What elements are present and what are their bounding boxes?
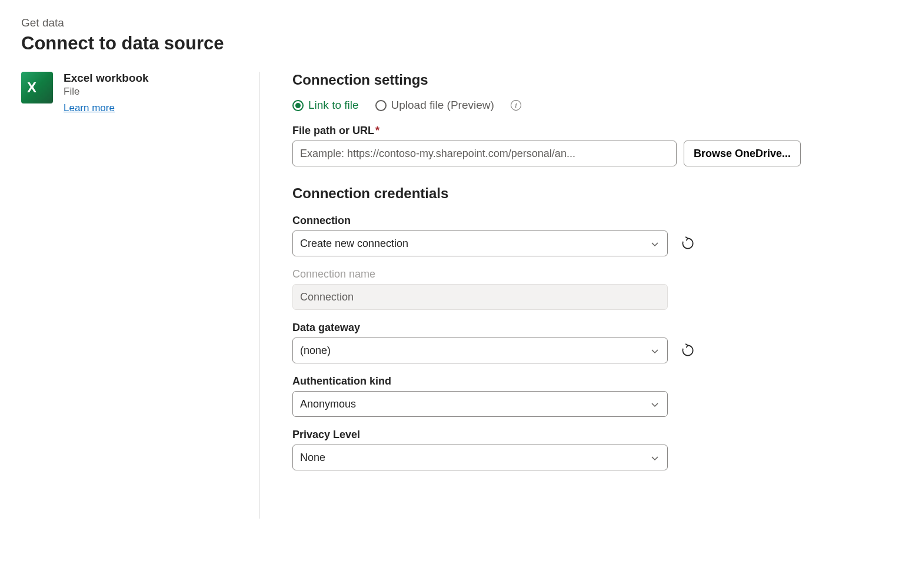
section-connection-credentials: Connection credentials (292, 185, 801, 202)
source-type: File (64, 86, 149, 98)
required-asterisk: * (375, 125, 379, 136)
form-pane: Connection settings Link to file Upload … (259, 72, 801, 519)
radio-link-label: Link to file (308, 99, 359, 112)
auth-kind-value: Anonymous (300, 398, 356, 410)
connection-select[interactable]: Create new connection (292, 230, 668, 256)
main-layout: Excel workbook File Learn more Connectio… (21, 72, 888, 519)
auth-kind-label: Authentication kind (292, 375, 668, 387)
learn-more-link[interactable]: Learn more (64, 102, 115, 113)
radio-upload-label: Upload file (Preview) (391, 99, 494, 112)
radio-link-to-file[interactable]: Link to file (292, 99, 359, 112)
excel-icon (21, 72, 53, 103)
chevron-down-icon (651, 239, 659, 248)
data-gateway-label: Data gateway (292, 322, 801, 334)
refresh-icon (680, 343, 695, 358)
privacy-level-select[interactable]: None (292, 445, 668, 470)
section-connection-settings: Connection settings (292, 72, 801, 88)
file-path-label: File path or URL* (292, 125, 801, 137)
privacy-level-value: None (300, 452, 325, 464)
connection-select-value: Create new connection (300, 238, 408, 250)
chevron-down-icon (651, 400, 659, 408)
source-pane: Excel workbook File Learn more (21, 72, 259, 519)
file-path-input[interactable] (292, 141, 677, 166)
data-gateway-select[interactable]: (none) (292, 338, 668, 363)
data-gateway-value: (none) (300, 345, 331, 357)
info-icon[interactable]: i (511, 100, 521, 111)
privacy-level-label: Privacy Level (292, 429, 668, 441)
connection-name-input (292, 284, 668, 310)
auth-kind-select[interactable]: Anonymous (292, 391, 668, 417)
chevron-down-icon (651, 453, 659, 462)
connection-label: Connection (292, 215, 801, 227)
file-mode-radio-group: Link to file Upload file (Preview) i (292, 99, 801, 112)
gateway-refresh-button[interactable] (678, 341, 697, 360)
source-name: Excel workbook (64, 72, 149, 85)
source-item: Excel workbook File Learn more (21, 72, 241, 114)
refresh-icon (680, 236, 695, 251)
browse-onedrive-button[interactable]: Browse OneDrive... (684, 141, 801, 166)
chevron-down-icon (651, 346, 659, 355)
connection-name-label: Connection name (292, 268, 801, 280)
radio-upload-file[interactable]: Upload file (Preview) (375, 99, 494, 112)
connection-refresh-button[interactable] (678, 234, 697, 253)
breadcrumb: Get data (21, 16, 888, 29)
radio-selected-icon (292, 100, 304, 111)
page-title: Connect to data source (21, 33, 888, 54)
radio-unselected-icon (375, 100, 387, 111)
